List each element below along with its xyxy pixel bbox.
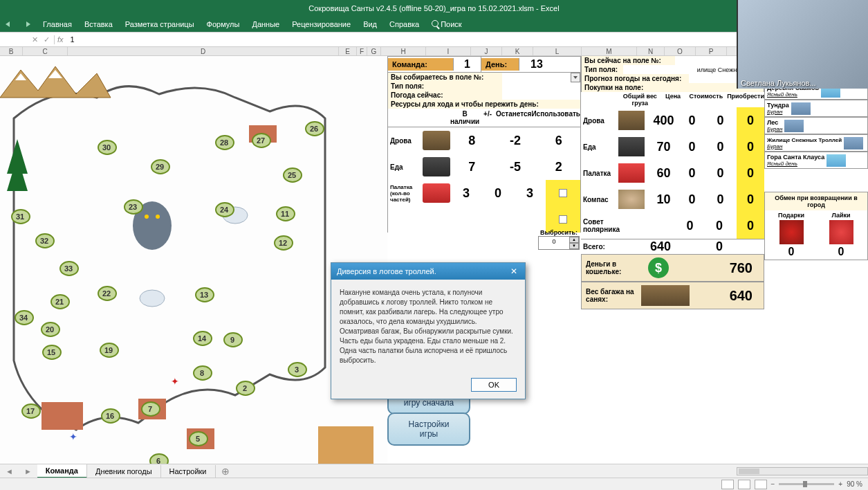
- dialog-ok-button[interactable]: OK: [471, 378, 517, 392]
- weather-row: ЛесБуран: [764, 117, 868, 134]
- store-tent: Палатка 60 0 0 0: [581, 160, 764, 186]
- tent-use-checkbox[interactable]: [559, 189, 567, 197]
- zoom-slider[interactable]: [779, 483, 834, 485]
- store-advice: Совет полярника 0 0 0: [581, 212, 764, 239]
- storm-icon: [791, 102, 811, 115]
- dialog-body: Накануне команда очень устала, к полуноч…: [331, 280, 525, 374]
- ribbon-tab-layout[interactable]: Разметка страницы: [125, 20, 194, 28]
- ribbon-tab-review[interactable]: Рецензирование: [292, 20, 351, 28]
- ribbon-search[interactable]: Поиск: [432, 20, 461, 28]
- spinner-down[interactable]: ▼: [569, 243, 579, 249]
- view-layout-button[interactable]: [738, 480, 750, 489]
- col-j[interactable]: J: [471, 47, 502, 55]
- svg-text:5: 5: [196, 435, 200, 443]
- money-row: Деньги в кошельке: $ 760: [581, 254, 764, 282]
- workspace: 30 26 27 28 29 25 23 24 11 31 12 32 33 1…: [0, 56, 868, 464]
- sheet-nav-prev[interactable]: ◄: [0, 467, 19, 475]
- svg-text:29: 29: [156, 163, 164, 171]
- santa-icon: [829, 220, 853, 244]
- ribbon-tab-help[interactable]: Справка: [389, 20, 419, 28]
- col-p[interactable]: P: [696, 47, 727, 55]
- svg-text:15: 15: [47, 348, 55, 356]
- sheet-tab-settings[interactable]: Настройки: [161, 465, 216, 478]
- svg-text:7: 7: [148, 405, 152, 413]
- col-m[interactable]: M: [582, 47, 637, 55]
- compass-use-checkbox[interactable]: [559, 215, 567, 224]
- weather-row: Жилище Снежных ТроллейБуран: [764, 134, 868, 152]
- sunny-icon: [827, 154, 846, 167]
- ribbon-tab-data[interactable]: Данные: [252, 20, 279, 28]
- zoom-value[interactable]: 90 %: [847, 480, 862, 488]
- col-n[interactable]: N: [637, 47, 665, 55]
- ribbon-tab-formulas[interactable]: Формулы: [207, 20, 240, 28]
- res-firewood: Дрова 8 -2 6: [387, 127, 581, 154]
- storm-icon: [844, 137, 863, 149]
- sheet-nav-next[interactable]: ►: [19, 467, 37, 475]
- svg-text:8: 8: [200, 369, 204, 377]
- col-g[interactable]: G: [367, 47, 381, 55]
- day-value: 13: [519, 58, 554, 71]
- dialog-titlebar[interactable]: Диверсия в логове троллей. ✕: [331, 263, 525, 280]
- svg-text:27: 27: [257, 136, 265, 145]
- ribbon-tab-view[interactable]: Вид: [363, 20, 377, 28]
- nav-fwd-icon[interactable]: [26, 21, 30, 27]
- zoom-plus[interactable]: +: [838, 480, 842, 488]
- team-day-row: Команда: 1 День: 13: [387, 56, 581, 73]
- weather-label: Погода сейчас:: [388, 91, 502, 100]
- goto-dropdown[interactable]: [571, 73, 580, 82]
- col-k[interactable]: K: [502, 47, 533, 55]
- svg-text:28: 28: [220, 138, 228, 147]
- svg-text:20: 20: [46, 325, 54, 334]
- fx-controls: ✕ ✓: [28, 35, 55, 44]
- zoom-minus[interactable]: −: [771, 480, 775, 488]
- ribbon-tab-home[interactable]: Главная: [43, 20, 72, 28]
- svg-text:30: 30: [102, 143, 111, 152]
- ribbon-tab-insert[interactable]: Вставка: [84, 20, 113, 28]
- day-label: День:: [481, 58, 519, 71]
- col-b[interactable]: B: [0, 47, 23, 55]
- store-compass: Компас 10 0 0 0: [581, 186, 764, 212]
- col-o[interactable]: O: [665, 47, 696, 55]
- svg-text:21: 21: [55, 298, 64, 306]
- window-title: Сокровища Санты v2.4.5 (offline 50-20)_и…: [308, 4, 559, 12]
- col-h[interactable]: H: [381, 47, 426, 55]
- spinner-up[interactable]: ▲: [569, 237, 579, 243]
- resources-title: Ресурсы для хода и чтобы пережить день:: [388, 100, 580, 109]
- col-i[interactable]: I: [426, 47, 471, 55]
- svg-text:✦: ✦: [171, 376, 179, 387]
- sheet-tab-team[interactable]: Команда: [37, 464, 87, 478]
- totals-row: Всего: 640 0: [581, 239, 764, 254]
- store-headers: Общий вес груза Цена Стоимость Приобрест…: [581, 92, 764, 107]
- col-c[interactable]: C: [23, 47, 68, 55]
- svg-text:33: 33: [64, 264, 73, 273]
- col-l[interactable]: L: [533, 47, 582, 55]
- add-sheet-button[interactable]: ⊕: [216, 466, 235, 477]
- col-f[interactable]: F: [357, 47, 367, 55]
- game-map[interactable]: 30 26 27 28 29 25 23 24 11 31 12 32 33 1…: [0, 56, 387, 464]
- col-d[interactable]: D: [68, 47, 339, 55]
- sheet-tab-weather[interactable]: Дневник погоды: [87, 465, 161, 478]
- store-food: Еда 70 0 0 0: [581, 134, 764, 160]
- view-break-button[interactable]: [755, 480, 767, 489]
- settings-button[interactable]: Настройки игры: [387, 412, 470, 446]
- svg-text:✦: ✦: [69, 431, 77, 442]
- firewood-icon: [423, 131, 450, 150]
- nav-back-icon[interactable]: [6, 21, 10, 27]
- cancel-icon[interactable]: ✕: [32, 35, 38, 44]
- horizontal-scrollbar[interactable]: [737, 467, 868, 475]
- dialog-close-button[interactable]: ✕: [508, 266, 519, 277]
- webcam-name: Светлана Лукьянов...: [741, 79, 816, 87]
- svg-text:14: 14: [198, 334, 207, 343]
- event-dialog: Диверсия в логове троллей. ✕ Накануне ко…: [331, 262, 526, 399]
- svg-point-5: [140, 290, 165, 307]
- svg-rect-8: [41, 402, 83, 430]
- confirm-icon[interactable]: ✓: [44, 35, 50, 44]
- svg-text:32: 32: [40, 237, 48, 245]
- view-normal-button[interactable]: [721, 480, 734, 489]
- store-firewood: Дрова 400 0 0 0: [581, 107, 764, 134]
- fx-label[interactable]: fx: [55, 35, 66, 44]
- col-e[interactable]: E: [339, 47, 357, 55]
- svg-text:19: 19: [104, 346, 113, 354]
- svg-point-3: [156, 215, 160, 219]
- baggage-row: Вес багажа на санях: 640: [581, 282, 764, 309]
